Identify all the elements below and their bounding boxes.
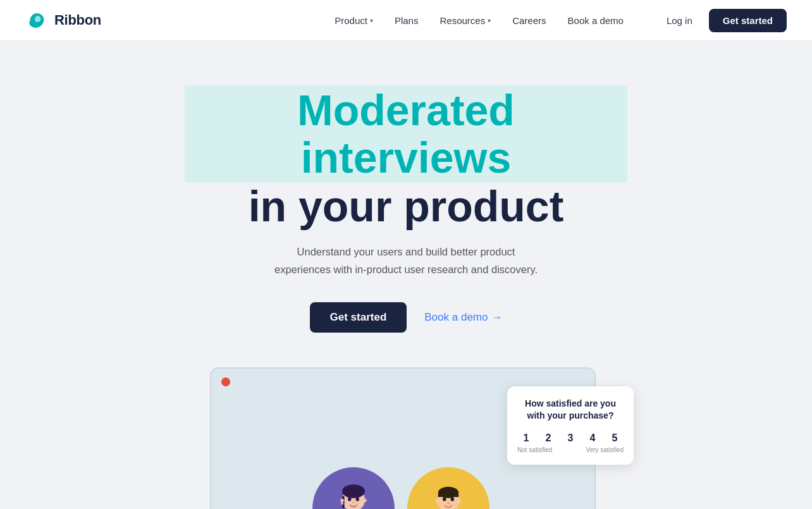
nav-careers[interactable]: Careers [503, 10, 555, 31]
svg-point-7 [341, 501, 344, 505]
svg-point-18 [447, 502, 450, 505]
get-started-hero-button[interactable]: Get started [310, 302, 407, 333]
svg-point-15 [458, 499, 461, 502]
book-demo-hero-link[interactable]: Book a demo → [424, 311, 502, 324]
hero-headline-rest: in your product [249, 182, 564, 230]
svg-point-10 [352, 501, 355, 503]
rating-1[interactable]: 1 [517, 432, 535, 444]
login-button[interactable]: Log in [658, 10, 701, 31]
satisfaction-card-title: How satisfied are you with your purchase… [517, 398, 624, 422]
record-dot [221, 377, 230, 386]
svg-point-6 [363, 499, 366, 502]
demo-illustration: How satisfied are you with your purchase… [178, 367, 634, 509]
rating-3[interactable]: 3 [562, 432, 579, 444]
rating-label-left: Not satisfied [517, 446, 552, 453]
svg-point-16 [443, 497, 446, 501]
nav-plans[interactable]: Plans [386, 10, 428, 31]
avatar-female [312, 467, 395, 509]
svg-point-14 [435, 499, 438, 502]
rating-5[interactable]: 5 [606, 432, 624, 444]
hero-ctas: Get started Book a demo → [310, 302, 503, 333]
hero-headline: Moderated interviews in your product [185, 85, 627, 230]
satisfaction-card: How satisfied are you with your purchase… [507, 386, 634, 465]
rating-labels: Not satisfied Very satisfied [517, 446, 624, 453]
nav-links: Product ▾ Plans Resources ▾ Careers Book… [326, 10, 632, 31]
svg-point-5 [340, 499, 343, 502]
hero-subtext: Understand your users and build better p… [270, 243, 542, 278]
nav-product[interactable]: Product ▾ [326, 10, 382, 31]
hero-headline-highlight: Moderated interviews [185, 85, 627, 183]
rating-4[interactable]: 4 [584, 432, 601, 444]
svg-point-8 [348, 497, 351, 501]
logo-icon [25, 8, 49, 32]
nav-book-demo[interactable]: Book a demo [559, 10, 632, 31]
rating-2[interactable]: 2 [539, 432, 557, 444]
svg-point-1 [342, 484, 365, 498]
get-started-nav-button[interactable]: Get started [709, 9, 787, 32]
svg-point-9 [356, 497, 359, 501]
avatar-area [312, 467, 489, 509]
chevron-down-icon: ▾ [370, 17, 373, 24]
chevron-down-icon: ▾ [488, 17, 491, 24]
nav-actions: Log in Get started [658, 9, 787, 32]
hero-section: Moderated interviews in your product Und… [0, 41, 812, 509]
logo-link[interactable]: Ribbon [25, 8, 101, 32]
svg-point-17 [451, 497, 454, 501]
rating-label-right: Very satisfied [586, 446, 624, 453]
rating-row: 1 2 3 4 5 [517, 432, 624, 444]
nav-resources[interactable]: Resources ▾ [431, 10, 500, 31]
navbar: Ribbon Product ▾ Plans Resources ▾ Caree… [0, 0, 812, 41]
brand-name: Ribbon [54, 12, 101, 28]
arrow-icon: → [491, 311, 502, 324]
avatar-male [407, 467, 489, 509]
